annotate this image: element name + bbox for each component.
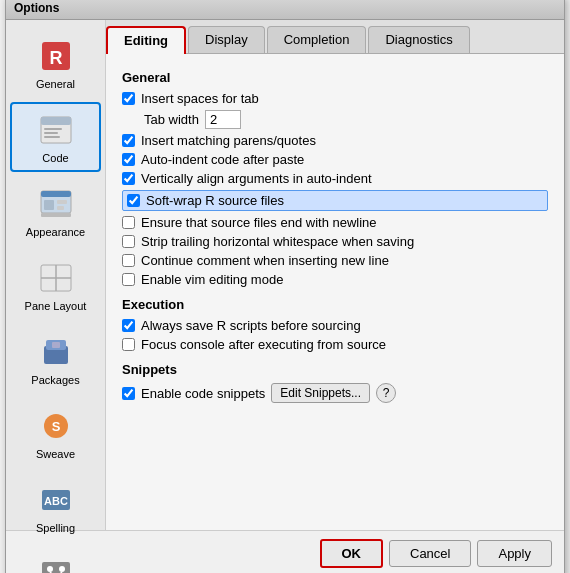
tabs-bar: Editing Display Completion Diagnostics [106, 20, 564, 54]
sidebar-label-appearance: Appearance [26, 226, 85, 238]
svg-rect-8 [41, 191, 71, 197]
label-soft-wrap: Soft-wrap R source files [146, 193, 284, 208]
sidebar-label-sweave: Sweave [36, 448, 75, 460]
checkbox-always-save[interactable] [122, 319, 135, 332]
main-content: Editing Display Completion Diagnostics G… [106, 20, 564, 530]
sidebar-label-general: General [36, 78, 75, 90]
sidebar-item-sweave[interactable]: S Sweave [10, 398, 101, 468]
sidebar-item-git-svn[interactable]: Git/SVN [10, 546, 101, 573]
svg-point-24 [47, 566, 53, 572]
svg-rect-6 [44, 136, 60, 138]
label-focus-console: Focus console after executing from sourc… [141, 337, 386, 352]
checkbox-auto-indent[interactable] [122, 153, 135, 166]
options-dialog: Options R General [5, 0, 565, 573]
svg-rect-4 [44, 128, 62, 130]
checkbox-insert-spaces[interactable] [122, 92, 135, 105]
option-ensure-newline: Ensure that source files end with newlin… [122, 215, 548, 230]
sidebar-item-packages[interactable]: Packages [10, 324, 101, 394]
label-continue-comment: Continue comment when inserting new line [141, 253, 389, 268]
sidebar-label-packages: Packages [31, 374, 79, 386]
option-strip-whitespace: Strip trailing horizontal whitespace whe… [122, 234, 548, 249]
svg-rect-3 [41, 117, 71, 125]
content-area: General Insert spaces for tab Tab width … [106, 54, 564, 530]
sidebar-item-general[interactable]: R General [10, 28, 101, 98]
tab-width-row: Tab width [144, 110, 548, 129]
ok-button[interactable]: OK [320, 539, 384, 568]
snippets-section-title: Snippets [122, 362, 548, 377]
tab-width-label: Tab width [144, 112, 199, 127]
checkbox-focus-console[interactable] [122, 338, 135, 351]
option-soft-wrap: Soft-wrap R source files [122, 190, 548, 211]
sidebar: R General Code [6, 20, 106, 530]
git-svn-icon [36, 554, 76, 573]
pane-layout-icon [36, 258, 76, 298]
cancel-button[interactable]: Cancel [389, 540, 471, 567]
svg-rect-18 [52, 342, 60, 348]
checkbox-continue-comment[interactable] [122, 254, 135, 267]
option-focus-console: Focus console after executing from sourc… [122, 337, 548, 352]
checkbox-insert-matching[interactable] [122, 134, 135, 147]
sidebar-label-pane-layout: Pane Layout [25, 300, 87, 312]
sweave-icon: S [36, 406, 76, 446]
svg-rect-10 [57, 200, 67, 204]
checkbox-soft-wrap[interactable] [127, 194, 140, 207]
appearance-icon [36, 184, 76, 224]
svg-point-25 [59, 566, 65, 572]
spelling-icon: ABC [36, 480, 76, 520]
svg-rect-9 [44, 200, 54, 210]
option-vertically-align: Vertically align arguments in auto-inden… [122, 171, 548, 186]
checkbox-ensure-newline[interactable] [122, 216, 135, 229]
apply-button[interactable]: Apply [477, 540, 552, 567]
option-continue-comment: Continue comment when inserting new line [122, 253, 548, 268]
label-insert-spaces: Insert spaces for tab [141, 91, 259, 106]
label-ensure-newline: Ensure that source files end with newlin… [141, 215, 377, 230]
option-insert-matching: Insert matching parens/quotes [122, 133, 548, 148]
checkbox-enable-snippets[interactable] [122, 387, 135, 400]
label-vertically-align: Vertically align arguments in auto-inden… [141, 171, 372, 186]
svg-text:ABC: ABC [44, 495, 68, 507]
svg-text:S: S [51, 419, 60, 434]
label-auto-indent: Auto-indent code after paste [141, 152, 304, 167]
svg-rect-12 [41, 213, 71, 217]
execution-section-title: Execution [122, 297, 548, 312]
label-always-save: Always save R scripts before sourcing [141, 318, 361, 333]
tab-completion[interactable]: Completion [267, 26, 367, 53]
tab-diagnostics[interactable]: Diagnostics [368, 26, 469, 53]
option-insert-spaces: Insert spaces for tab [122, 91, 548, 106]
packages-icon [36, 332, 76, 372]
label-insert-matching: Insert matching parens/quotes [141, 133, 316, 148]
code-icon [36, 110, 76, 150]
general-section-title: General [122, 70, 548, 85]
tab-display[interactable]: Display [188, 26, 265, 53]
label-strip-whitespace: Strip trailing horizontal whitespace whe… [141, 234, 414, 249]
svg-rect-23 [42, 562, 70, 573]
dialog-title: Options [14, 1, 59, 15]
tab-editing[interactable]: Editing [106, 26, 186, 54]
svg-text:R: R [49, 48, 62, 68]
svg-rect-5 [44, 132, 58, 134]
checkbox-enable-vim[interactable] [122, 273, 135, 286]
sidebar-label-code: Code [42, 152, 68, 164]
option-always-save: Always save R scripts before sourcing [122, 318, 548, 333]
label-enable-snippets: Enable code snippets [141, 386, 265, 401]
checkbox-vertically-align[interactable] [122, 172, 135, 185]
sidebar-item-spelling[interactable]: ABC Spelling [10, 472, 101, 542]
snippets-row: Enable code snippets Edit Snippets... ? [122, 383, 548, 403]
help-button[interactable]: ? [376, 383, 396, 403]
label-enable-vim: Enable vim editing mode [141, 272, 283, 287]
edit-snippets-button[interactable]: Edit Snippets... [271, 383, 370, 403]
sidebar-item-pane-layout[interactable]: Pane Layout [10, 250, 101, 320]
sidebar-item-appearance[interactable]: Appearance [10, 176, 101, 246]
sidebar-item-code[interactable]: Code [10, 102, 101, 172]
svg-rect-11 [57, 206, 64, 210]
option-auto-indent: Auto-indent code after paste [122, 152, 548, 167]
title-bar: Options [6, 0, 564, 20]
checkbox-strip-whitespace[interactable] [122, 235, 135, 248]
general-icon: R [36, 36, 76, 76]
sidebar-label-spelling: Spelling [36, 522, 75, 534]
option-enable-vim: Enable vim editing mode [122, 272, 548, 287]
tab-width-input[interactable] [205, 110, 241, 129]
